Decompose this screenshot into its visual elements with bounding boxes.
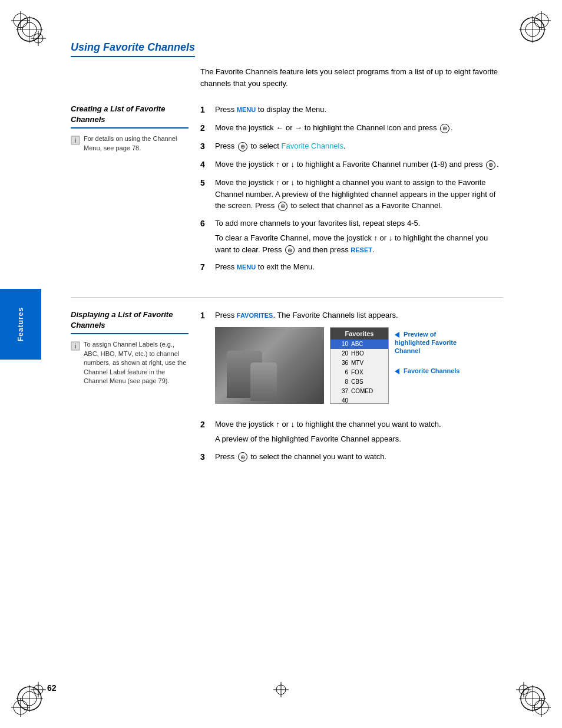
arrow-icon-preview	[395, 332, 399, 338]
deco-circle-tl	[15, 15, 44, 44]
favorites-menu-row-1: 10ABC	[330, 340, 388, 349]
favorites-menu-row-5: 8CBS	[330, 377, 388, 387]
step-1-6: 6 To add more channels to your favorites…	[200, 218, 503, 256]
step-2-2: 2 Move the joystick ↑ or ↓ to highlight …	[200, 419, 503, 445]
intro-text: The Favorite Channels feature lets you s…	[200, 66, 503, 89]
step-1-2: 2 Move the joystick ← or → to highlight …	[200, 122, 503, 134]
favorites-menu-title: Favorites	[330, 328, 388, 340]
section1-note: i For details on using the Channel Menu,…	[71, 134, 189, 153]
section2-header: Displaying a List of Favorite Channels	[71, 309, 189, 334]
section1: Creating a List of Favorite Channels i F…	[71, 104, 503, 279]
step-1-4: 4 Move the joystick ↑ or ↓ to highlight …	[200, 159, 503, 171]
crosshair-bottom-center	[272, 681, 290, 699]
favorites-menu-row-2: 20HBO	[330, 349, 388, 358]
favorites-menu: Favorites 10ABC 20HBO 36MTV	[330, 327, 389, 404]
deco-circle-br	[518, 684, 547, 713]
step-1-3: 3 Press ⊕ to select Favorite Channels.	[200, 140, 503, 153]
page: Features Using Favorite Channels The Fav…	[0, 0, 562, 728]
main-content: Using Favorite Channels The Favorite Cha…	[71, 18, 503, 469]
creating-steps-list: 1 Press MENU to display the Menu. 2 Move…	[200, 104, 503, 274]
note-icon-2: i	[71, 341, 80, 351]
features-sidebar: Features	[0, 289, 41, 360]
annotation-preview: Preview of highlighted Favorite Channel	[395, 330, 465, 355]
section2-note: i To assign Channel Labels (e.g., ABC, H…	[71, 340, 189, 386]
section1-note-text: For details on using the Channel Menu, s…	[84, 134, 189, 153]
section-divider	[71, 297, 503, 298]
screenshot-area: Favorites 10ABC 20HBO 36MTV	[215, 327, 503, 404]
svg-text:i: i	[75, 343, 77, 350]
deco-circle-bl	[15, 684, 44, 713]
deco-circle-tr	[518, 15, 547, 44]
page-title: Using Favorite Channels	[71, 41, 195, 57]
arrow-icon-favorites	[395, 368, 399, 374]
favorites-menu-row-6: 37COMED	[330, 387, 388, 396]
annotations: Preview of highlighted Favorite Channel …	[395, 327, 465, 375]
step-1-1: 1 Press MENU to display the Menu.	[200, 104, 503, 116]
favorites-menu-row-7: 40	[330, 396, 388, 404]
section2: Displaying a List of Favorite Channels i…	[71, 309, 503, 469]
step-1-7: 7 Press MENU to exit the Menu.	[200, 261, 503, 274]
note-icon: i	[71, 136, 80, 145]
step-1-5: 5 Move the joystick ↑ or ↓ to highlight …	[200, 177, 503, 212]
svg-text:i: i	[75, 137, 77, 144]
section1-left: Creating a List of Favorite Channels i F…	[71, 104, 189, 279]
tv-screenshot	[215, 327, 324, 404]
step-2-3: 3 Press ⊕ to select the channel you want…	[200, 451, 503, 463]
step-2-1: 1 Press FAVORITES. The Favorite Channels…	[200, 309, 503, 413]
section1-steps: 1 Press MENU to display the Menu. 2 Move…	[200, 104, 503, 279]
section2-steps: 1 Press FAVORITES. The Favorite Channels…	[200, 309, 503, 469]
displaying-steps-list: 1 Press FAVORITES. The Favorite Channels…	[200, 309, 503, 463]
annotation-favorites: Favorite Channels	[395, 367, 465, 375]
page-number: 62	[47, 683, 57, 693]
sidebar-label: Features	[16, 307, 25, 341]
section1-header: Creating a List of Favorite Channels	[71, 104, 189, 129]
favorites-menu-row-3: 36MTV	[330, 358, 388, 368]
favorites-menu-row-4: 6FOX	[330, 368, 388, 377]
section2-note-text: To assign Channel Labels (e.g., ABC, HBO…	[84, 340, 189, 386]
section2-left: Displaying a List of Favorite Channels i…	[71, 309, 189, 469]
